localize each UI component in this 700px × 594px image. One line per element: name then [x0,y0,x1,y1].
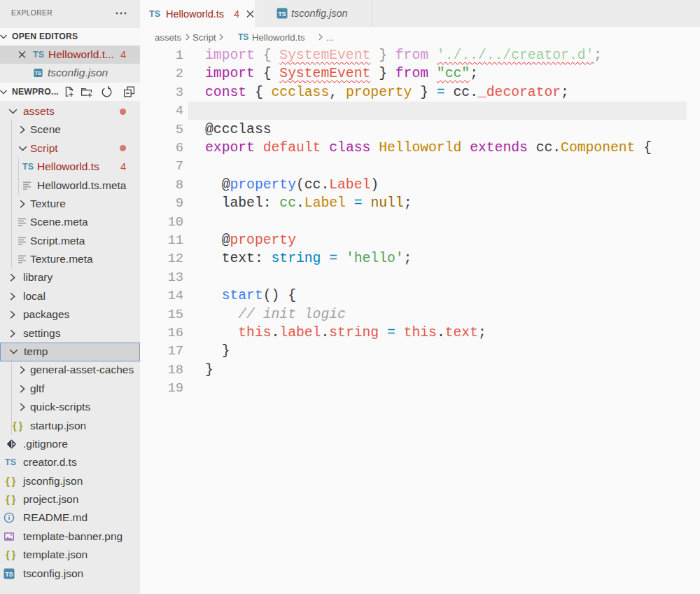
svg-text:TS: TS [279,11,286,18]
svg-text:TS: TS [35,71,41,76]
svg-text:TS: TS [6,570,13,577]
